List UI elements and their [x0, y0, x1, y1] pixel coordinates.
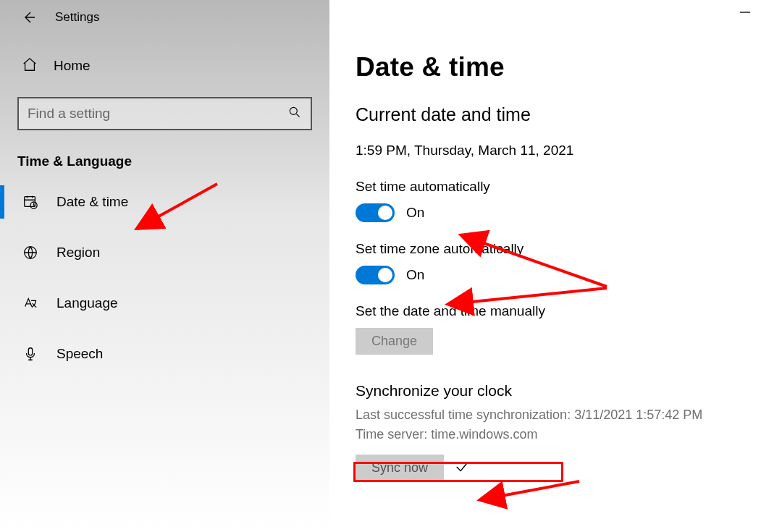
search-icon	[287, 105, 302, 122]
current-datetime-heading: Current date and time	[356, 104, 746, 125]
svg-rect-4	[28, 348, 33, 355]
set-time-auto-label: Set time automatically	[356, 179, 746, 195]
nav-item-region[interactable]: Region	[0, 227, 329, 278]
set-time-auto-state: On	[406, 205, 424, 221]
arrow-left-icon	[22, 10, 36, 25]
toggle-knob	[378, 206, 392, 220]
nav-home[interactable]: Home	[0, 48, 329, 84]
nav-item-label: Language	[56, 295, 118, 311]
nav-item-date-time[interactable]: Date & time	[0, 177, 329, 227]
svg-point-0	[290, 107, 297, 114]
toggle-knob	[378, 268, 392, 282]
sync-clock-heading: Synchronize your clock	[356, 382, 746, 400]
back-button[interactable]	[20, 9, 38, 26]
search-box[interactable]	[17, 97, 312, 130]
sync-time-server: Time server: time.windows.com	[356, 425, 746, 444]
set-tz-auto-row: On	[356, 266, 746, 284]
globe-icon	[22, 245, 39, 261]
calendar-clock-icon	[22, 194, 39, 210]
set-time-auto-toggle[interactable]	[356, 203, 395, 222]
search-input[interactable]	[28, 106, 287, 122]
language-icon	[22, 295, 39, 311]
category-title: Time & Language	[0, 130, 329, 177]
nav-item-label: Speech	[56, 346, 103, 362]
home-icon	[22, 56, 38, 75]
minimize-button[interactable]	[740, 12, 750, 13]
sidebar: Settings Home Time & Language Date &	[0, 0, 329, 532]
page-title: Date & time	[356, 52, 746, 83]
change-button: Change	[356, 328, 433, 355]
nav-home-label: Home	[54, 58, 91, 74]
main-content: Date & time Current date and time 1:59 P…	[329, 0, 782, 532]
current-datetime-value: 1:59 PM, Thursday, March 11, 2021	[356, 143, 746, 159]
checkmark-icon	[454, 459, 470, 478]
sync-now-button[interactable]: Sync now	[356, 455, 444, 481]
nav-item-label: Date & time	[56, 194, 128, 210]
nav-item-speech[interactable]: Speech	[0, 329, 329, 379]
nav-item-label: Region	[56, 245, 100, 261]
set-tz-auto-toggle[interactable]	[356, 266, 395, 284]
microphone-icon	[22, 346, 39, 362]
titlebar: Settings	[0, 9, 329, 48]
sync-last-success: Last successful time synchronization: 3/…	[356, 405, 746, 425]
nav-item-language[interactable]: Language	[0, 278, 329, 329]
manual-date-time-label: Set the date and time manually	[356, 303, 746, 319]
app-title: Settings	[55, 10, 99, 25]
set-tz-auto-state: On	[406, 267, 424, 283]
settings-window: Settings Home Time & Language Date &	[0, 0, 782, 532]
set-time-auto-row: On	[356, 203, 746, 222]
set-tz-auto-label: Set time zone automatically	[356, 241, 746, 257]
sync-now-row: Sync now	[356, 455, 746, 481]
